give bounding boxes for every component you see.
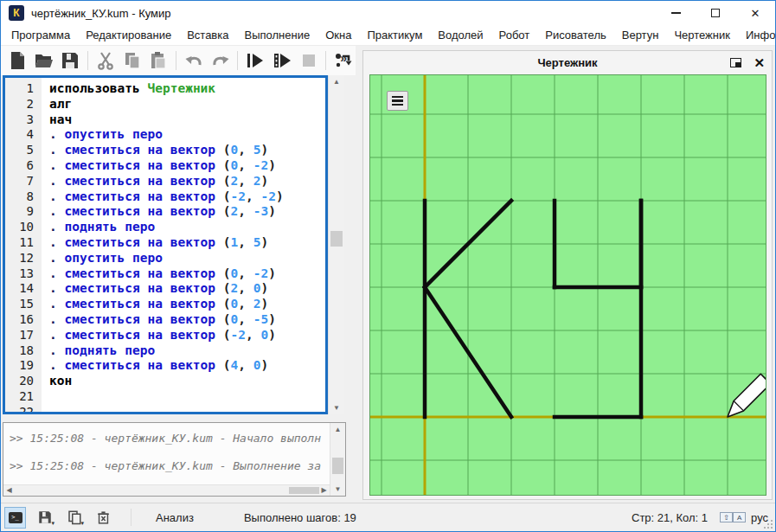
- code-line[interactable]: . опустить перо: [49, 251, 325, 266]
- toolbar-overflow-button[interactable]: »: [340, 51, 347, 65]
- scroll-up-icon[interactable]: ▲: [330, 423, 345, 436]
- run-step-button[interactable]: [270, 48, 294, 73]
- scroll-down-icon[interactable]: ▼: [330, 483, 345, 496]
- code-area[interactable]: использовать Чертежникалгнач. опустить п…: [42, 78, 325, 412]
- draftsman-titlebar[interactable]: Чертежник ✕: [363, 51, 772, 74]
- editor-box[interactable]: 12345678910111213141516171819202122 испо…: [3, 75, 328, 414]
- code-line[interactable]: . сместиться на вектор (0, -5): [49, 312, 325, 328]
- code-line[interactable]: нач: [49, 112, 325, 128]
- float-window-button[interactable]: [730, 58, 741, 67]
- console-panel: >> 15:25:08 - чертёжник_КУ.kum - Начало …: [3, 422, 346, 497]
- draftsman-close-button[interactable]: ✕: [754, 56, 765, 69]
- menu-item-8[interactable]: Робот: [491, 26, 538, 44]
- menu-item-9[interactable]: Рисователь: [537, 26, 613, 44]
- cut-button[interactable]: [93, 48, 118, 73]
- code-line[interactable]: . сместиться на вектор (-2, -2): [49, 189, 325, 205]
- copy-results-icon: [67, 510, 82, 525]
- draftsman-canvas[interactable]: [369, 74, 766, 496]
- code-line[interactable]: [49, 389, 325, 405]
- status-bar: >_ ▾ ▾ Анализ Выполнено шагов: 19 Стр: 2…: [1, 503, 775, 531]
- menu-item-1[interactable]: Программа: [3, 26, 78, 44]
- editor-scrollbar-thumb[interactable]: [330, 231, 343, 247]
- code-line[interactable]: использовать Чертежник: [49, 81, 325, 97]
- paste-icon: [148, 50, 169, 71]
- minimize-button[interactable]: [656, 1, 696, 25]
- redo-icon: [210, 50, 231, 71]
- editor-scrollbar[interactable]: ▲ ▼: [328, 75, 344, 414]
- minimize-icon: [671, 12, 681, 14]
- menu-item-5[interactable]: Окна: [317, 26, 359, 44]
- maximize-button[interactable]: [696, 1, 735, 25]
- open-file-button[interactable]: [32, 48, 56, 73]
- console-hscrollbar-thumb[interactable]: [289, 487, 319, 494]
- menu-item-2[interactable]: Редактирование: [78, 26, 179, 44]
- scroll-right-icon[interactable]: ▶: [318, 485, 330, 496]
- menu-item-12[interactable]: Инфо: [738, 26, 776, 44]
- canvas-menu-button[interactable]: [387, 91, 408, 111]
- code-line[interactable]: . сместиться на вектор (4, 0): [49, 358, 325, 374]
- redo-button[interactable]: [208, 48, 233, 73]
- code-line[interactable]: . сместиться на вектор (0, -2): [49, 158, 325, 174]
- line-number: 9: [5, 204, 34, 220]
- kumir-main-window: К чертёжник_КУ.kum - Кумир ✕ ПрограммаРе…: [0, 0, 776, 532]
- code-line[interactable]: . сместиться на вектор (-2, 0): [49, 328, 325, 343]
- save-results-button[interactable]: ▾: [34, 507, 55, 529]
- menu-item-10[interactable]: Вертун: [614, 26, 667, 44]
- line-number: 15: [5, 297, 34, 312]
- code-line[interactable]: . сместиться на вектор (2, -3): [49, 204, 325, 220]
- copy-button[interactable]: [120, 48, 144, 73]
- new-file-button[interactable]: [5, 48, 29, 73]
- code-line[interactable]: . сместиться на вектор (0, 2): [49, 297, 325, 312]
- main-content: » 12345678910111213141516171819202122 ис…: [1, 46, 775, 503]
- code-line[interactable]: кон: [49, 374, 325, 389]
- line-number: 5: [5, 143, 34, 158]
- code-line[interactable]: [49, 405, 325, 412]
- console-output[interactable]: >> 15:25:08 - чертёжник_КУ.kum - Начало …: [3, 423, 330, 484]
- menu-item-11[interactable]: Чертежник: [666, 26, 738, 44]
- console-hscrollbar[interactable]: ◀ ▶: [3, 484, 330, 496]
- save-file-button[interactable]: [58, 48, 82, 73]
- menu-item-7[interactable]: Водолей: [430, 26, 491, 44]
- copy-results-button[interactable]: ▾: [63, 507, 85, 529]
- cursor-position: Стр: 21, Кол: 1: [632, 511, 708, 524]
- scroll-up-icon[interactable]: ▲: [329, 75, 344, 88]
- save-icon: [60, 50, 80, 71]
- pen-icon: [728, 374, 766, 417]
- menu-item-6[interactable]: Практикум: [359, 26, 430, 44]
- code-line[interactable]: . сместиться на вектор (2, 2): [49, 174, 325, 189]
- menu-item-4[interactable]: Выполнение: [236, 26, 317, 44]
- clear-results-button[interactable]: [93, 507, 114, 529]
- trash-icon: [96, 510, 111, 525]
- code-line[interactable]: . сместиться на вектор (0, 5): [49, 143, 325, 158]
- menu-item-3[interactable]: Вставка: [179, 26, 236, 44]
- scroll-left-icon[interactable]: ◀: [3, 485, 15, 496]
- terminal-toggle-button[interactable]: >_: [4, 507, 26, 529]
- undo-button[interactable]: [182, 48, 206, 73]
- statusbar-separator: [131, 509, 131, 526]
- paste-button[interactable]: [146, 48, 170, 73]
- run-button[interactable]: [243, 48, 267, 73]
- scroll-down-icon[interactable]: ▼: [329, 401, 344, 414]
- app-icon: К: [9, 5, 24, 21]
- close-button[interactable]: ✕: [735, 1, 775, 25]
- keyboard-layout-indicator[interactable]: ⇧ А: [720, 512, 746, 522]
- console-line: >> 15:25:08 - чертёжник_КУ.kum - Начало …: [10, 432, 330, 459]
- resize-grip[interactable]: [764, 520, 773, 529]
- shift-icon: ⇧: [720, 512, 733, 522]
- console-vscrollbar[interactable]: ▲ ▼: [330, 423, 345, 496]
- code-line[interactable]: . опустить перо: [49, 127, 325, 143]
- float-icon: [730, 58, 741, 67]
- code-line[interactable]: . поднять перо: [49, 220, 325, 235]
- code-line[interactable]: . сместиться на вектор (0, -2): [49, 266, 325, 282]
- code-line[interactable]: . поднять перо: [49, 343, 325, 359]
- drawing-field: [370, 75, 766, 496]
- editor-pane: » 12345678910111213141516171819202122 ис…: [1, 46, 356, 503]
- toolbar-separator: [87, 51, 88, 70]
- toolbar-separator: [237, 51, 238, 70]
- code-line[interactable]: . сместиться на вектор (1, 5): [49, 235, 325, 251]
- code-editor: 12345678910111213141516171819202122 испо…: [1, 75, 356, 414]
- code-line[interactable]: алг: [49, 97, 325, 112]
- console-vscrollbar-thumb[interactable]: [332, 458, 343, 474]
- code-line[interactable]: . сместиться на вектор (2, 0): [49, 281, 325, 297]
- stop-button[interactable]: [297, 48, 321, 73]
